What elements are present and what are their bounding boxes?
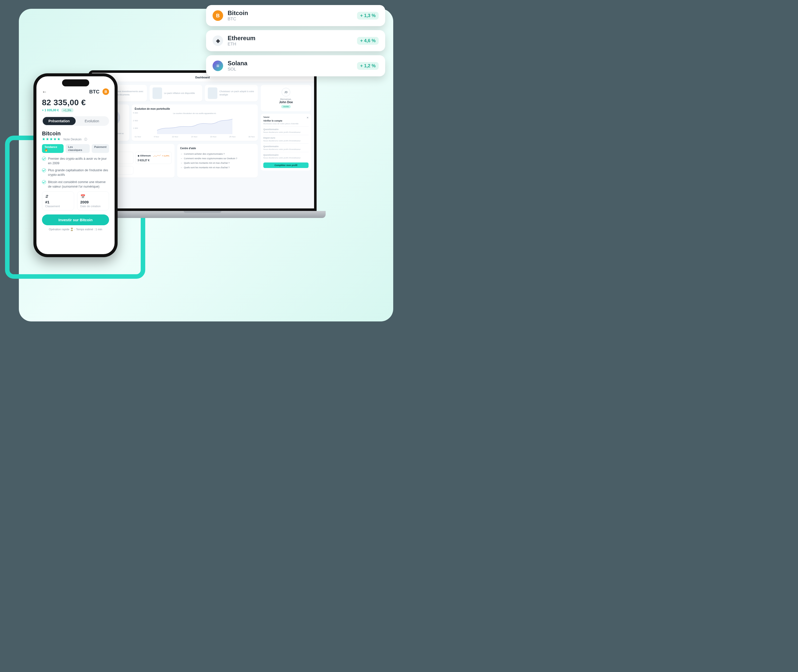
promo-row: Planifiez vos investissements avec les a… (94, 85, 258, 101)
check-icon (42, 168, 46, 172)
avatar: JD (282, 88, 290, 96)
chart-title: Évolution de mon portefeuille (135, 107, 255, 110)
asset-symbol: BTC (89, 89, 99, 95)
bitcoin-icon: B (103, 88, 109, 95)
tutorial-step[interactable]: QuestionnaireNous étudierons votre profi… (263, 126, 309, 135)
phone-notch (62, 79, 89, 86)
laptop-screen: Dashboard Planifiez vos investissements … (88, 70, 317, 211)
verified-badge: Vérifié (281, 105, 291, 108)
tag-trend[interactable]: Tendance 🔥 (42, 144, 64, 153)
help-link[interactable]: → Comment vendre mes cryptomonnaies sur … (180, 156, 255, 161)
help-link[interactable]: → Comment acheter des cryptomonnaies ? (180, 152, 255, 156)
crypto-change: + 1,2 % (357, 62, 379, 70)
chart-subtext: La courbe d'évolution de vos actifs appa… (135, 112, 255, 115)
area-chart-icon (135, 117, 255, 134)
help-link[interactable]: → Quels sont les montants min et max d'a… (180, 165, 255, 170)
crypto-popover[interactable]: ≡ SolanaSOL + 1,2 % (206, 55, 385, 76)
crypto-symbol: ETH (228, 42, 256, 47)
back-icon[interactable]: ← (42, 89, 47, 95)
check-icon (42, 180, 46, 184)
crypto-name: Ethereum (228, 35, 256, 42)
profile-card: JD Bienvenue, John Doe Vérifié (261, 85, 311, 111)
feature-list: Premier des crypto-actifs à avoir vu le … (42, 157, 109, 189)
profile-name: John Doe (264, 101, 308, 104)
list-item: Plus grande capitalisation de l'industri… (42, 168, 109, 177)
welcome-text: Bienvenue, (264, 98, 308, 101)
help-panel: Centre d'aide → Comment acheter des cryp… (177, 144, 258, 178)
chart-x-axis: 01 Nov5 Nov10 Nov15 Nov20 Nov25 Nov30 No… (135, 136, 255, 138)
ethereum-icon: ◆ (138, 154, 139, 157)
laptop-mockup: Dashboard Planifiez vos investissements … (88, 70, 317, 218)
tag-payment[interactable]: Paiement (92, 144, 109, 153)
crypto-popover[interactable]: ◆ EthereumETH + 4,6 % (206, 30, 385, 51)
crypto-popover-list: B BitcoinBTC + 1,3 %◆ EthereumETH + 4,6 … (206, 5, 385, 76)
tab-presentation[interactable]: Présentation (43, 117, 75, 125)
phone-screen: ← BTC B 82 335,00 € + 1 035,00 € +1,3% P… (37, 76, 115, 254)
tag-classic[interactable]: Les classiques (66, 144, 90, 153)
stat-value: 2009 (80, 200, 106, 204)
tab-segment: Présentation Evolution (42, 116, 109, 126)
rank-icon: ⇵ (45, 194, 71, 199)
info-icon[interactable]: ⓘ (84, 138, 87, 141)
close-icon[interactable]: ✕ (306, 116, 309, 119)
asset-price: 82 335,00 € (42, 98, 109, 107)
eth-price: 3 615,27 € (138, 159, 170, 162)
stat-label: Classement (45, 205, 71, 208)
crypto-change: + 4,6 % (357, 37, 379, 45)
crypto-change: + 1,3 % (357, 12, 379, 19)
crypto-symbol: SOL (228, 67, 247, 72)
complete-profile-button[interactable]: Compléter mon profil (263, 162, 309, 168)
stat-label: Date de création (80, 205, 106, 208)
promo-tile[interactable]: Le pack Inflation est disponible (149, 85, 202, 101)
check-icon (42, 157, 46, 161)
btc-icon: B (213, 10, 223, 21)
crypto-name: Solana (228, 60, 247, 67)
crypto-popover[interactable]: B BitcoinBTC + 1,3 % (206, 5, 385, 26)
tab-evolution[interactable]: Evolution (75, 117, 109, 125)
eth-icon: ◆ (213, 35, 223, 46)
tutorial-step[interactable]: QuestionnaireNous étudierons votre profi… (263, 152, 309, 160)
stat-value: #1 (45, 200, 71, 204)
tutorial-step[interactable]: Depot euroNous étudierons votre profil d… (263, 135, 309, 144)
price-delta-pct: +1,3% (61, 108, 74, 112)
crypto-symbol: BTC (228, 17, 248, 22)
list-item: Premier des crypto-actifs à avoir vu le … (42, 157, 109, 165)
chart-y-axis: 5 0002 5001 000 (133, 112, 138, 129)
price-delta-abs: + 1 035,00 € (42, 109, 59, 112)
stat-year: 📅 2009 Date de création (77, 191, 109, 210)
help-link[interactable]: → Quels sont les montants min et max d'a… (180, 161, 255, 165)
crypto-name: Bitcoin (228, 10, 248, 17)
phone-mockup: ← BTC B 82 335,00 € + 1 035,00 € +1,3% P… (34, 73, 118, 257)
list-item: Bitcoin est considéré comme une réserve … (42, 180, 109, 189)
asset-title: Bitcoin (42, 130, 109, 137)
sol-icon: ≡ (213, 61, 223, 71)
promo-tile[interactable]: Choisissez un pack adapté à votre straté… (205, 85, 258, 101)
tutorial-title: Tutoriel (263, 116, 309, 118)
help-title: Centre d'aide (180, 147, 255, 150)
tutorial-step[interactable]: Vérifier le compteMunissez-vous de votre… (263, 118, 309, 126)
rating-label: Note Deskoin (63, 138, 82, 141)
tutorial-panel: Tutoriel ✕ Vérifier le compteMunissez-vo… (261, 114, 311, 171)
crypto-card-ethereum[interactable]: ◆ Ethereum + 3,25% 3 615,27 € (135, 152, 172, 164)
invest-button[interactable]: Investir sur Bitcoin (42, 214, 109, 225)
operation-footer: Opération rapide ⏳ - Temps estimé : 1 mi… (42, 228, 109, 231)
tutorial-step[interactable]: QuestionnaireNous étudierons votre profi… (263, 144, 309, 152)
calendar-icon: 📅 (80, 194, 106, 199)
stat-rank: ⇵ #1 Classement (42, 191, 74, 210)
star-rating-icon: ★★★★★ (42, 137, 61, 141)
portfolio-chart: Évolution de mon portefeuille 5 0002 500… (131, 104, 258, 141)
